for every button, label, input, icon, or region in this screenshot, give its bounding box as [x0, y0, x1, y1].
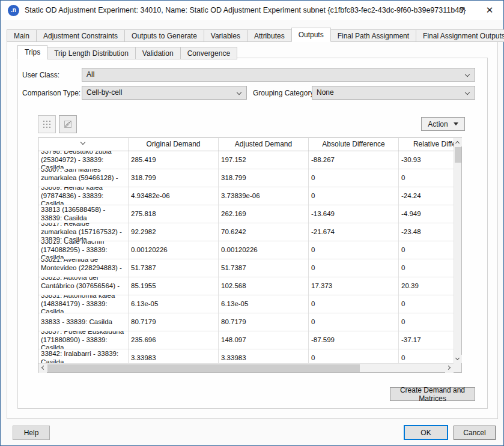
cell-od-pair[interactable]: 33813 (136588458) - 33839: Casilda: [38, 205, 129, 223]
cell-relative-difference[interactable]: 0: [399, 313, 454, 331]
table-row[interactable]: 33798: Deustuko zubia (25304972) - 33839…: [38, 151, 454, 169]
tab-variables[interactable]: Variables: [204, 29, 247, 42]
titlebar-help-button[interactable]: ?: [452, 1, 472, 20]
ok-button[interactable]: OK: [404, 425, 448, 440]
cell-relative-difference[interactable]: -4.949: [399, 205, 454, 223]
comparison-type-select[interactable]: Cell-by-cell: [82, 86, 247, 100]
table-row[interactable]: 33823: Autovía del Cantábrico (307656564…: [38, 277, 454, 295]
cancel-button[interactable]: Cancel: [454, 426, 496, 440]
cell-relative-difference[interactable]: 0: [399, 169, 454, 187]
cell-absolute-difference[interactable]: 0: [309, 241, 399, 259]
help-button[interactable]: Help: [13, 426, 50, 440]
column-header-absolute-difference[interactable]: Absolute Difference: [309, 138, 399, 151]
cell-absolute-difference[interactable]: 0: [309, 259, 399, 277]
cell-original-demand[interactable]: 92.2982: [129, 223, 219, 241]
scroll-right-button[interactable]: [445, 364, 454, 373]
close-button[interactable]: ✕: [479, 1, 500, 20]
table-row[interactable]: 33817: Rekalde zumarkalea (157167532) - …: [38, 223, 454, 241]
tab-outputs-to-generate[interactable]: Outputs to Generate: [124, 29, 204, 42]
cell-absolute-difference[interactable]: -13.649: [309, 205, 399, 223]
cell-adjusted-demand[interactable]: 51.7387: [219, 259, 309, 277]
cell-relative-difference[interactable]: 0: [399, 295, 454, 313]
cell-original-demand[interactable]: 275.818: [129, 205, 219, 223]
cell-original-demand[interactable]: 6.13e-05: [129, 295, 219, 313]
cell-original-demand[interactable]: 51.7387: [129, 259, 219, 277]
cell-absolute-difference[interactable]: -88.267: [309, 151, 399, 169]
table-row[interactable]: 33821: Avenida de Montevideo (228294883)…: [38, 259, 454, 277]
cell-adjusted-demand[interactable]: 80.7179: [219, 313, 309, 331]
tab-final-path-assignment[interactable]: Final Path Assignment: [330, 29, 416, 42]
cell-absolute-difference[interactable]: 0: [309, 187, 399, 205]
table-row[interactable]: 33831: Autonomia kalea (148384179) - 338…: [38, 295, 454, 313]
column-header-adjusted-demand[interactable]: Adjusted Demand: [219, 138, 309, 151]
cell-od-pair[interactable]: 33821: Avenida de Montevideo (228294883)…: [38, 259, 129, 277]
tab-main[interactable]: Main: [7, 29, 37, 42]
table-row[interactable]: 33833 - 33839: Casilda80.717980.717900: [38, 313, 454, 331]
cell-original-demand[interactable]: 80.7179: [129, 313, 219, 331]
tab-validation[interactable]: Validation: [135, 47, 181, 59]
tab-outputs[interactable]: Outputs: [291, 28, 331, 42]
create-demand-and-matrices-button[interactable]: Create Demand and Matrices: [390, 387, 475, 401]
column-header-original-demand[interactable]: Original Demand: [129, 138, 219, 151]
table-row[interactable]: 33809: Henao kalea (97874836) - 33839: C…: [38, 187, 454, 205]
matrix-view-button[interactable]: [38, 115, 56, 133]
cell-relative-difference[interactable]: 20.39: [399, 277, 454, 295]
cell-absolute-difference[interactable]: 0: [309, 295, 399, 313]
cell-adjusted-demand[interactable]: 262.169: [219, 205, 309, 223]
tab-attributes[interactable]: Attributes: [247, 29, 292, 42]
cell-od-pair[interactable]: 33807: San Mamés zumarkalea (59466128) -…: [38, 169, 129, 187]
cell-adjusted-demand[interactable]: 3.33983: [219, 349, 309, 363]
table-row[interactable]: 33819: Calle Machín (174088295) - 33839:…: [38, 241, 454, 259]
cell-relative-difference[interactable]: -24.24: [399, 187, 454, 205]
cell-od-pair[interactable]: 33817: Rekalde zumarkalea (157167532) - …: [38, 223, 129, 241]
cell-od-pair[interactable]: 33833 - 33839: Casilda: [38, 313, 129, 331]
cell-absolute-difference[interactable]: 0: [309, 349, 399, 363]
cell-absolute-difference[interactable]: -21.674: [309, 223, 399, 241]
cell-adjusted-demand[interactable]: 318.799: [219, 169, 309, 187]
cell-original-demand[interactable]: 235.696: [129, 331, 219, 349]
tab-convergence[interactable]: Convergence: [180, 47, 237, 59]
tab-trips[interactable]: Trips: [17, 45, 47, 59]
table-row[interactable]: 33813 (136588458) - 33839: Casilda275.81…: [38, 205, 454, 223]
cell-adjusted-demand[interactable]: 102.568: [219, 277, 309, 295]
cell-adjusted-demand[interactable]: 6.13e-05: [219, 295, 309, 313]
grouping-category-select[interactable]: None: [312, 86, 475, 100]
cell-adjusted-demand[interactable]: 0.00120226: [219, 241, 309, 259]
cell-absolute-difference[interactable]: 0: [309, 169, 399, 187]
table-row[interactable]: 33842: Iralabarri - 33839: Casilda3.3398…: [38, 349, 454, 363]
scroll-left-button[interactable]: [38, 364, 47, 373]
column-header-od-pair[interactable]: [38, 138, 129, 151]
cell-od-pair[interactable]: 33837: Puente Euskalduna (171880890) - 3…: [38, 331, 129, 349]
cell-relative-difference[interactable]: 0: [399, 241, 454, 259]
cell-absolute-difference[interactable]: 17.373: [309, 277, 399, 295]
horizontal-scroll-thumb[interactable]: [47, 364, 360, 372]
cell-relative-difference[interactable]: -37.17: [399, 331, 454, 349]
user-class-select[interactable]: All: [82, 68, 475, 82]
cell-relative-difference[interactable]: 0: [399, 259, 454, 277]
cell-relative-difference[interactable]: -30.93: [399, 151, 454, 169]
column-header-relative-difference[interactable]: Relative Difference: [399, 138, 454, 151]
cell-od-pair[interactable]: 33823: Autovía del Cantábrico (307656564…: [38, 277, 129, 295]
tab-final-assignment-outputs[interactable]: Final Assignment Outputs: [416, 29, 504, 42]
tab-trip-length-distribution[interactable]: Trip Length Distribution: [47, 47, 136, 59]
cell-relative-difference[interactable]: 0: [399, 349, 454, 363]
cell-od-pair[interactable]: 33798: Deustuko zubia (25304972) - 33839…: [38, 151, 129, 169]
table-row[interactable]: 33807: San Mamés zumarkalea (59466128) -…: [38, 169, 454, 187]
cell-original-demand[interactable]: 85.1955: [129, 277, 219, 295]
cell-adjusted-demand[interactable]: 148.097: [219, 331, 309, 349]
scroll-up-button[interactable]: [454, 138, 462, 146]
cell-original-demand[interactable]: 318.799: [129, 169, 219, 187]
table-row[interactable]: 33837: Puente Euskalduna (171880890) - 3…: [38, 331, 454, 349]
action-button[interactable]: Action: [421, 117, 465, 131]
cell-adjusted-demand[interactable]: 197.152: [219, 151, 309, 169]
cell-od-pair[interactable]: 33809: Henao kalea (97874836) - 33839: C…: [38, 187, 129, 205]
cell-original-demand[interactable]: 0.00120226: [129, 241, 219, 259]
cell-od-pair[interactable]: 33819: Calle Machín (174088295) - 33839:…: [38, 241, 129, 259]
vertical-scrollbar[interactable]: [454, 138, 461, 363]
tab-adjustment-constraints[interactable]: Adjustment Constraints: [36, 29, 125, 42]
cell-absolute-difference[interactable]: -87.599: [309, 331, 399, 349]
cell-original-demand[interactable]: 285.419: [129, 151, 219, 169]
cell-original-demand[interactable]: 3.33983: [129, 349, 219, 363]
edit-matrix-button[interactable]: [59, 115, 77, 133]
cell-adjusted-demand[interactable]: 70.6242: [219, 223, 309, 241]
